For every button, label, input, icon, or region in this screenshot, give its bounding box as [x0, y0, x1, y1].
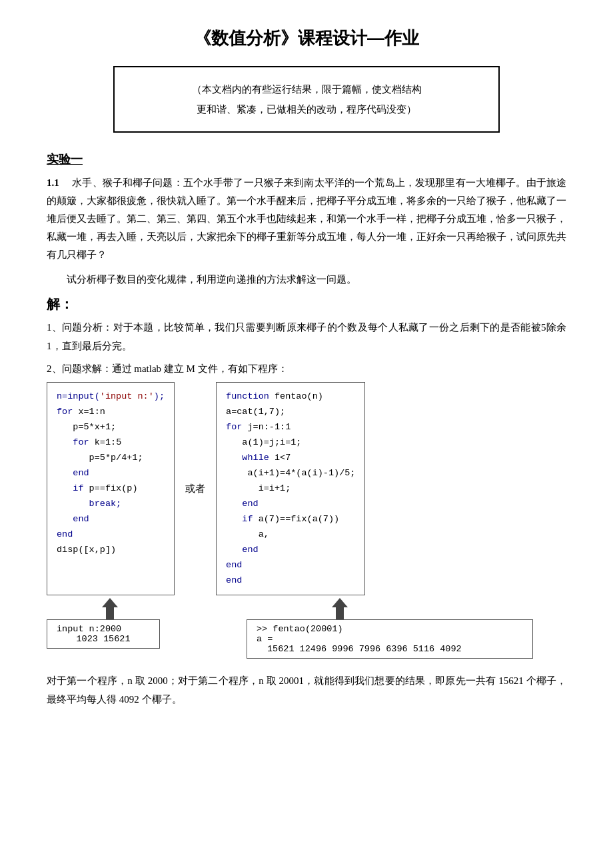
analysis1: 1、问题分析：对于本题，比较简单，我们只需要判断原来椰子的个数及每个人私藏了一份…	[47, 319, 566, 356]
code-block-left: n=input('input n:'); for x=1:n p=5*x+1; …	[47, 382, 175, 595]
arrow-wrapper-left	[47, 598, 173, 619]
section-title-exp1: 实验一	[47, 151, 566, 167]
right-output-box: >> fentao(20001) a = 15621 12496 9996 79…	[247, 619, 533, 659]
result-right-values: 15621 12496 9996 7996 6396 5116 4092	[257, 644, 523, 654]
or-label: 或者	[175, 483, 216, 495]
arrow-results-row: input n:2000 1023 15621 >> fentao(20001)…	[47, 595, 566, 659]
arrow-down-right	[330, 598, 349, 619]
svg-marker-1	[332, 598, 348, 619]
arrow-wrapper-right	[240, 598, 440, 619]
arrow-down-left	[101, 598, 119, 619]
result-box-left: input n:2000 1023 15621	[47, 619, 160, 649]
codes-row: n=input('input n:'); for x=1:n p=5*x+1; …	[47, 382, 566, 595]
result-right-a: a =	[257, 634, 523, 644]
subsection-text: 水手、猴子和椰子问题：五个水手带了一只猴子来到南太平洋的一个荒岛上，发现那里有一…	[47, 177, 566, 260]
bottom-text: 对于第一个程序，n 取 2000；对于第二个程序，n 取 20001，就能得到我…	[47, 672, 566, 709]
subsection-text2: 试分析椰子数目的变化规律，利用逆向递推的方法求解这一问题。	[47, 271, 566, 289]
result-right-cmd: >> fentao(20001)	[257, 624, 523, 634]
notice-line2: 更和谐、紧凑，已做相关的改动，程序代码没变）	[136, 99, 477, 119]
right-result: >> fentao(20001) a = 15621 12496 9996 79…	[240, 595, 533, 659]
notice-box: （本文档内的有些运行结果，限于篇幅，使文档结构 更和谐、紧凑，已做相关的改动，程…	[113, 66, 500, 133]
notice-line1: （本文档内的有些运行结果，限于篇幅，使文档结构	[136, 79, 477, 99]
result-left-label: input n:2000	[57, 624, 150, 634]
analysis2: 2、问题求解：通过 matlab 建立 M 文件，有如下程序：	[47, 360, 566, 379]
jie-title: 解：	[47, 295, 566, 313]
subsection-1-1: 1.1 水手、猴子和椰子问题：五个水手带了一只猴子来到南太平洋的一个荒岛上，发现…	[47, 174, 566, 264]
subsection-label: 1.1	[47, 177, 59, 188]
result-left-values: 1023 15621	[57, 634, 150, 644]
svg-marker-0	[102, 598, 118, 619]
left-result: input n:2000 1023 15621	[47, 595, 173, 649]
code-block-right: function fentao(n) a=cat(1,7); for j=n:-…	[216, 382, 365, 595]
page-title: 《数值分析》课程设计—作业	[47, 27, 566, 50]
